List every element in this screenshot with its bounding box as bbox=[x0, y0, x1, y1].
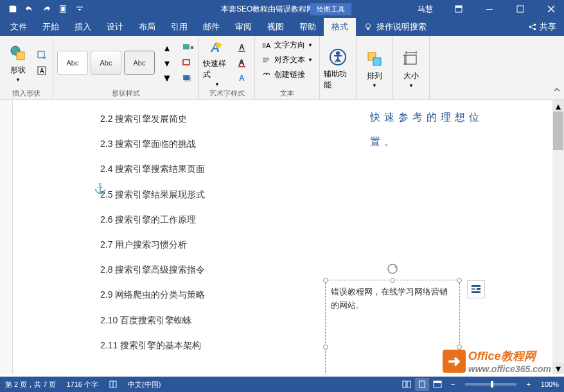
svg-rect-5 bbox=[517, 6, 524, 12]
word-count[interactable]: 1716 个字 bbox=[66, 380, 98, 389]
svg-rect-30 bbox=[263, 60, 269, 60]
doc-line: 2.10 百度搜索引擎蜘蛛 bbox=[100, 308, 527, 333]
redo-button[interactable] bbox=[39, 1, 54, 17]
svg-rect-43 bbox=[403, 381, 406, 388]
doc-line: 2.6 搜索引擎的工作原理 bbox=[100, 207, 527, 232]
close-button[interactable] bbox=[538, 0, 564, 18]
shape-fill-button[interactable] bbox=[181, 40, 195, 55]
text-box-button[interactable]: A bbox=[35, 64, 49, 78]
username[interactable]: 马慧 bbox=[418, 4, 433, 15]
save-button[interactable] bbox=[5, 1, 21, 17]
page[interactable]: 2.2 搜索引擎发展简史 2.3 搜索引擎面临的挑战 2.4 搜索引擎搜索结果页… bbox=[18, 100, 545, 374]
resize-handle-ml[interactable] bbox=[323, 345, 328, 350]
undo-button[interactable] bbox=[22, 1, 37, 17]
minimize-button[interactable] bbox=[477, 0, 502, 18]
shape-preset-1[interactable]: Abc bbox=[57, 51, 88, 75]
shape-effects-button[interactable] bbox=[181, 71, 195, 85]
tab-help[interactable]: 帮助 bbox=[292, 18, 324, 36]
group-label-shape-styles: 形状样式 bbox=[57, 87, 195, 98]
shape-preset-3[interactable]: Abc bbox=[124, 51, 155, 75]
create-link-button[interactable]: 创建链接 bbox=[259, 68, 308, 81]
group-size: 大小 ▼ bbox=[393, 36, 430, 99]
doc-line: 2.5 搜索引擎结果展现形式 bbox=[100, 182, 527, 207]
collapse-ribbon-button[interactable] bbox=[552, 85, 561, 97]
touch-mode-button[interactable] bbox=[55, 1, 71, 17]
read-mode-button[interactable] bbox=[400, 378, 414, 391]
scroll-down-button[interactable]: ▾ bbox=[552, 362, 564, 374]
tab-insert[interactable]: 插入 bbox=[67, 18, 99, 36]
svg-rect-3 bbox=[455, 6, 462, 8]
anchor-icon[interactable]: ⚓ bbox=[94, 182, 107, 194]
tab-references[interactable]: 引用 bbox=[163, 18, 195, 36]
arrange-button[interactable]: 排列 ▼ bbox=[360, 46, 389, 92]
tab-file[interactable]: 文件 bbox=[3, 18, 35, 36]
vertical-ruler[interactable] bbox=[0, 100, 13, 374]
scroll-up-button[interactable]: ▴ bbox=[552, 100, 564, 112]
arrange-icon bbox=[364, 49, 385, 69]
accessibility-button[interactable]: 辅助功能 bbox=[324, 46, 352, 92]
quick-styles-button[interactable]: A 快速样式 ▼ bbox=[203, 40, 231, 86]
shape-outline-button[interactable] bbox=[181, 56, 195, 70]
gallery-up-button[interactable]: ▴ bbox=[160, 40, 174, 55]
tab-view[interactable]: 视图 bbox=[260, 18, 292, 36]
text-box-content[interactable]: 错误教程网，在线学习网络营销的网站。 bbox=[326, 280, 459, 318]
gallery-more-button[interactable]: ▼ bbox=[160, 71, 174, 85]
svg-rect-26 bbox=[238, 66, 245, 67]
rotate-handle[interactable] bbox=[386, 262, 399, 275]
shape-preset-2[interactable]: Abc bbox=[91, 51, 121, 75]
zoom-slider[interactable] bbox=[465, 383, 516, 386]
layout-options-button[interactable] bbox=[467, 280, 485, 298]
tell-me-search[interactable]: 操作说明搜索 bbox=[356, 21, 434, 33]
group-label-wordart: 艺术字样式 bbox=[203, 87, 251, 98]
zoom-level[interactable]: 100% bbox=[541, 380, 559, 388]
svg-point-14 bbox=[43, 56, 46, 59]
edit-shape-button[interactable] bbox=[35, 48, 49, 62]
status-bar: 第 2 页，共 7 页 1716 个字 中文(中国) − + 100% bbox=[0, 377, 564, 392]
page-info[interactable]: 第 2 页，共 7 页 bbox=[5, 380, 56, 389]
svg-rect-35 bbox=[373, 58, 381, 65]
svg-text:A: A bbox=[40, 67, 44, 74]
tab-layout[interactable]: 布局 bbox=[131, 18, 163, 36]
align-text-button[interactable]: 对齐文本 ▼ bbox=[259, 53, 315, 67]
text-box[interactable]: 错误教程网，在线学习网络营销的网站。 bbox=[325, 280, 460, 374]
text-effects-button[interactable]: A bbox=[236, 71, 251, 85]
zoom-in-button[interactable]: + bbox=[522, 378, 536, 391]
ribbon-display-button[interactable] bbox=[446, 0, 471, 18]
quick-access-toolbar bbox=[0, 1, 87, 17]
svg-rect-21 bbox=[184, 76, 191, 81]
tab-review[interactable]: 审阅 bbox=[227, 18, 260, 36]
text-direction-button[interactable]: IIA文字方向 ▼ bbox=[259, 38, 315, 52]
resize-handle-tl[interactable] bbox=[323, 278, 328, 283]
text-fill-button[interactable]: A bbox=[236, 40, 251, 55]
watermark-brand: Office教程网 bbox=[468, 348, 551, 364]
watermark: ➜ Office教程网 www.office365.com bbox=[443, 348, 551, 374]
share-button[interactable]: 共享 bbox=[528, 21, 556, 33]
vertical-scrollbar[interactable]: ▴ ▾ bbox=[552, 100, 564, 374]
spell-check-button[interactable] bbox=[109, 380, 118, 389]
svg-text:A: A bbox=[239, 58, 244, 67]
tab-mailings[interactable]: 邮件 bbox=[195, 18, 227, 36]
web-layout-button[interactable] bbox=[430, 378, 445, 391]
svg-rect-38 bbox=[471, 285, 480, 287]
svg-rect-39 bbox=[471, 288, 475, 290]
gallery-down-button[interactable]: ▾ bbox=[160, 56, 174, 70]
scroll-thumb[interactable] bbox=[553, 112, 563, 150]
text-outline-button[interactable]: A bbox=[236, 56, 251, 70]
zoom-slider-thumb[interactable] bbox=[491, 381, 493, 388]
zoom-out-button[interactable]: − bbox=[446, 378, 460, 391]
print-layout-button[interactable] bbox=[415, 378, 429, 391]
tab-format[interactable]: 格式 bbox=[324, 18, 356, 36]
language-button[interactable]: 中文(中国) bbox=[128, 380, 161, 389]
maximize-button[interactable] bbox=[507, 0, 533, 18]
sidebar-text[interactable]: 快速参考的理想位 置。 bbox=[370, 105, 483, 155]
resize-handle-tm[interactable] bbox=[390, 278, 395, 283]
size-button[interactable]: 大小 ▼ bbox=[397, 46, 425, 92]
doc-line: 2.4 搜索引擎搜索结果页面 bbox=[100, 157, 527, 182]
svg-rect-19 bbox=[183, 60, 189, 65]
svg-rect-18 bbox=[191, 46, 193, 49]
tab-home[interactable]: 开始 bbox=[35, 18, 67, 36]
shapes-button[interactable]: 形状 ▼ bbox=[4, 40, 32, 86]
qat-more-button[interactable] bbox=[72, 1, 87, 17]
tab-design[interactable]: 设计 bbox=[99, 18, 131, 36]
resize-handle-tr[interactable] bbox=[457, 278, 462, 283]
